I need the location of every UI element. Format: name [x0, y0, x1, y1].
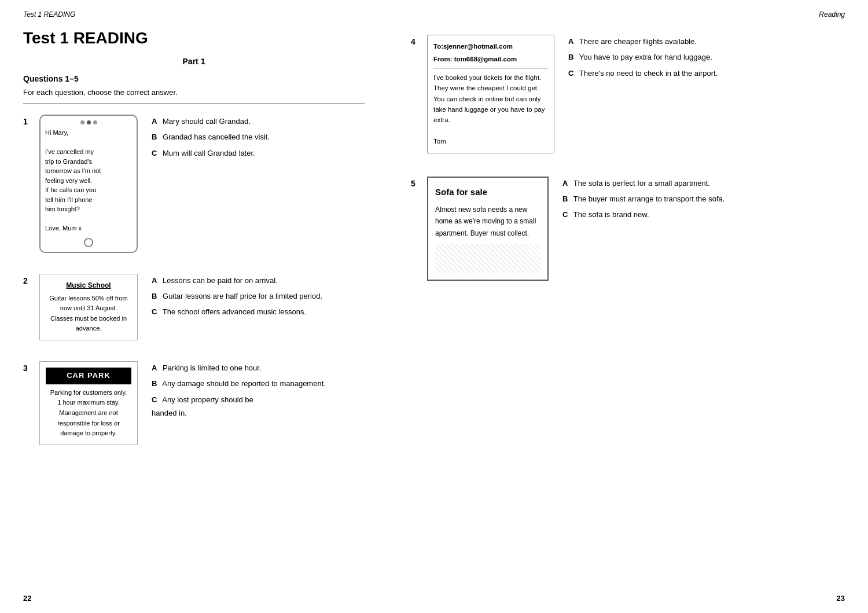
right-column: 4 To:sjenner@hotmail.com From: tom668@gm… — [388, 23, 868, 321]
option-4b: B You have to pay extra for hand luggage… — [568, 50, 718, 64]
option-5a: A The sofa is perfect for a small apartm… — [562, 177, 724, 190]
phone-dot-3 — [93, 120, 97, 124]
sofa-title: Sofa for sale — [435, 185, 540, 200]
option-5c: C The sofa is brand new. — [562, 208, 724, 221]
question-5-options: A The sofa is perfect for a small apartm… — [562, 177, 724, 224]
option-3c: C Any lost property should behanded in. — [152, 393, 326, 420]
option-2c-text: The school offers advanced music lessons… — [163, 307, 306, 316]
question-3-stimulus: CAR PARK Parking for customers only. 1 h… — [39, 361, 138, 445]
page-number-right: 23 — [837, 594, 845, 603]
option-2a-text: Lessons can be paid for on arrival. — [163, 276, 278, 285]
question-1-block: 1 Hi Mary, I've cancelled my trip to Gra… — [23, 115, 365, 253]
email-to: To:sjenner@hotmail.com — [433, 41, 548, 52]
page-header: Test 1 READING Reading — [0, 0, 868, 23]
option-3-letter-b: B — [152, 379, 157, 388]
question-5-number: 5 — [411, 179, 427, 188]
email-from: From: tom668@gmail.com — [433, 54, 548, 64]
question-3-options: A Parking is limited to one hour. B Any … — [152, 361, 326, 423]
email-body: I've booked your tickets for the flight.… — [433, 72, 548, 126]
sofa-body-text: Almost new sofa needs a new home as we'r… — [435, 204, 540, 239]
home-circle-icon — [84, 238, 93, 247]
questions-label: Questions 1–5 — [23, 74, 365, 83]
question-2-block: 2 Music School Guitar lessons 50% off fr… — [23, 274, 365, 341]
option-4a-text: There are cheaper flights available. — [579, 37, 697, 46]
option-2-letter-a: A — [152, 276, 157, 285]
option-2-letter-b: B — [152, 292, 157, 300]
option-3b-text: Any damage should be reported to managem… — [162, 379, 326, 388]
email-divider — [433, 68, 548, 69]
instructions: For each question, choose the correct an… — [23, 88, 365, 97]
option-3c-text: Any lost property should behanded in. — [152, 395, 253, 417]
option-1b-text: Grandad has cancelled the visit. — [163, 133, 270, 141]
phone-home-button — [45, 238, 132, 247]
option-5-letter-a: A — [562, 179, 568, 188]
option-5-letter-c: C — [562, 210, 568, 219]
car-park-text: Parking for customers only. 1 hour maxim… — [46, 388, 131, 439]
music-school-text: Guitar lessons 50% off from now until 31… — [46, 293, 131, 334]
question-1-number: 1 — [23, 117, 39, 126]
part-label: Part 1 — [23, 57, 365, 66]
phone-dot-2 — [87, 120, 91, 124]
phone-frame: Hi Mary, I've cancelled my trip to Grand… — [39, 115, 138, 253]
car-park-title: CAR PARK — [46, 368, 131, 384]
option-3-letter-c: C — [152, 395, 157, 404]
option-5b: B The buyer must arrange to transport th… — [562, 192, 724, 205]
email-stimulus: To:sjenner@hotmail.com From: tom668@gmai… — [427, 35, 554, 153]
option-letter-c: C — [152, 149, 157, 157]
music-school-sign: Music School Guitar lessons 50% off from… — [39, 274, 138, 341]
option-1c-text: Mum will call Grandad later. — [163, 149, 255, 157]
question-1-stimulus: Hi Mary, I've cancelled my trip to Grand… — [39, 115, 138, 253]
option-letter-a: A — [152, 117, 157, 126]
header-right-label: Reading — [819, 10, 845, 19]
option-5a-text: The sofa is perfect for a small apartmen… — [573, 179, 710, 188]
question-4-options: A There are cheaper flights available. B… — [568, 35, 718, 82]
option-1a-text: Mary should call Grandad. — [163, 117, 251, 126]
phone-dot-1 — [80, 120, 84, 124]
option-4a: A There are cheaper flights available. — [568, 35, 718, 48]
option-1b: B Grandad has cancelled the visit. — [152, 130, 270, 144]
phone-dots — [45, 120, 132, 124]
section-divider — [23, 104, 365, 104]
car-park-sign: CAR PARK Parking for customers only. 1 h… — [39, 361, 138, 445]
question-3-number: 3 — [23, 364, 39, 373]
header-left-label: Test 1 READING — [23, 10, 75, 19]
option-3a: A Parking is limited to one hour. — [152, 361, 326, 375]
option-4-letter-a: A — [568, 37, 573, 46]
option-3a-text: Parking is limited to one hour. — [163, 364, 262, 372]
option-1a: A Mary should call Grandad. — [152, 115, 270, 128]
page-number-left: 22 — [23, 594, 31, 603]
question-2-options: A Lessons can be paid for on arrival. B … — [152, 274, 322, 321]
phone-message-text: Hi Mary, I've cancelled my trip to Grand… — [45, 128, 132, 233]
left-column: Test 1 READING Part 1 Questions 1–5 For … — [0, 23, 388, 483]
option-letter-b: B — [152, 133, 157, 141]
question-3-block: 3 CAR PARK Parking for customers only. 1… — [23, 361, 365, 445]
question-2-number: 2 — [23, 276, 39, 285]
option-1c: C Mum will call Grandad later. — [152, 146, 270, 160]
option-2-letter-c: C — [152, 307, 157, 316]
email-signature: Tom — [433, 136, 548, 146]
option-4-letter-b: B — [568, 53, 573, 61]
option-3-letter-a: A — [152, 364, 157, 372]
option-4c-text: There's no need to check in at the airpo… — [579, 69, 718, 78]
option-2c: C The school offers advanced music lesso… — [152, 305, 322, 318]
option-2b-text: Guitar lessons are half price for a limi… — [163, 292, 322, 300]
option-5-letter-b: B — [562, 194, 568, 203]
option-5b-text: The buyer must arrange to transport the … — [573, 194, 725, 203]
option-2a: A Lessons can be paid for on arrival. — [152, 274, 322, 287]
page-title: Test 1 READING — [23, 29, 365, 47]
question-2-stimulus: Music School Guitar lessons 50% off from… — [39, 274, 138, 341]
option-2b: B Guitar lessons are half price for a li… — [152, 289, 322, 303]
sofa-image — [435, 244, 540, 273]
sofa-stimulus: Sofa for sale Almost new sofa needs a ne… — [427, 177, 549, 281]
option-5c-text: The sofa is brand new. — [573, 210, 649, 219]
question-1-options: A Mary should call Grandad. B Grandad ha… — [152, 115, 270, 162]
option-4b-text: You have to pay extra for hand luggage. — [579, 53, 712, 61]
option-4-letter-c: C — [568, 69, 573, 78]
music-school-title: Music School — [46, 280, 131, 291]
question-5-block: 5 Sofa for sale Almost new sofa needs a … — [411, 177, 845, 281]
question-4-block: 4 To:sjenner@hotmail.com From: tom668@gm… — [411, 35, 845, 153]
option-3b: B Any damage should be reported to manag… — [152, 377, 326, 390]
question-4-number: 4 — [411, 37, 427, 46]
option-4c: C There's no need to check in at the air… — [568, 67, 718, 80]
